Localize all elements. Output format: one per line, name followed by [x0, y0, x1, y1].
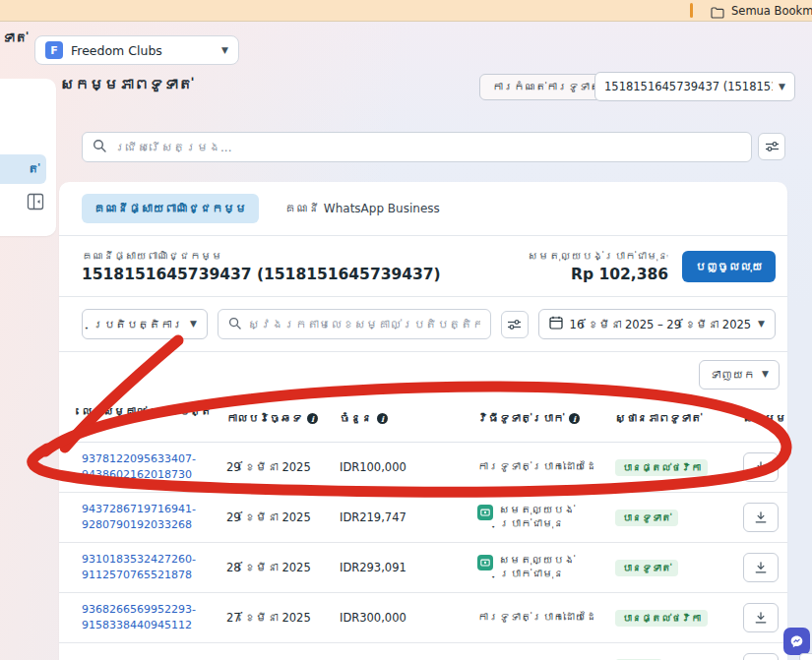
collapse-sidebar-icon[interactable]: [27, 193, 44, 214]
chevron-down-icon: ▼: [221, 46, 228, 55]
sidebar-truncated-heading: ទាត់: [2, 30, 28, 45]
transaction-id-search-input[interactable]: [248, 318, 480, 331]
table-row: 9378122095633407-9438602162018730 29 ខែម…: [59, 443, 787, 493]
account-label: គណនីផ្សាយពាណិជ្ជកម្ម: [82, 250, 441, 263]
column-payment-status: ស្ថានភាពទូទាត់: [615, 412, 743, 426]
payment-status-cell: បានទូទាត់: [615, 510, 743, 526]
transaction-amount: IDR219,747: [340, 510, 477, 524]
payment-method: ការទូទាត់ប្រាក់ដោយដៃ: [477, 460, 615, 474]
prepaid-balance-icon: [477, 505, 493, 520]
action-cell: [743, 653, 787, 660]
transaction-id-link[interactable]: 9378122095633407-9438602162018730: [82, 451, 226, 483]
payment-settings-button[interactable]: ការកំណត់ការទូទាត់: [479, 74, 613, 100]
column-date: កាលបរិច្ឆេទ i: [226, 412, 340, 426]
add-money-button[interactable]: បញ្ចូលលុយ: [682, 251, 776, 282]
filter-search-bar[interactable]: [82, 132, 752, 162]
download-icon: [754, 611, 768, 625]
sidebar-item-label: ត់: [28, 162, 39, 176]
payment-status-cell: បានផ្តល់ថវិកា: [615, 610, 743, 627]
payment-method: ការទូទាត់ប្រាក់ដោយដៃ: [477, 611, 615, 625]
download-invoice-button[interactable]: [743, 553, 779, 582]
table-row: 9107543496024605-: [59, 643, 787, 660]
transaction-date: 28 ខែមីនា 2025: [226, 561, 340, 574]
action-cell: [743, 603, 787, 632]
payment-method: សមតុល្យបង់ប្រាក់ជាមុន: [477, 554, 615, 582]
status-badge: បានទូទាត់: [615, 510, 678, 526]
transaction-amount: IDR300,000: [340, 611, 477, 625]
status-badge: បានផ្តល់ថវិកា: [615, 610, 708, 627]
bookmarks-separator: [690, 3, 693, 18]
transaction-amount: IDR100,000: [340, 460, 477, 474]
floating-button-partial[interactable]: [799, 653, 812, 660]
balance-label: សមតុល្យបង់ប្រាក់ជាមុនៈ: [528, 250, 668, 263]
transactions-dropdown-label: ប្រតិបត្តិការ: [93, 318, 183, 331]
account-selector-value: 1518151645739437 (15181516457394...: [604, 80, 773, 93]
tab-whatsapp-business[interactable]: គណនី WhatsApp Business: [284, 202, 440, 215]
filter-options-button[interactable]: [758, 133, 785, 160]
account-type-tabs: គណនីផ្សាយពាណិជ្ជកម្ម គណនី WhatsApp Busin…: [59, 182, 787, 236]
info-icon[interactable]: i: [307, 413, 318, 424]
download-invoice-button[interactable]: [743, 503, 779, 532]
download-row: ទាញយក ▼: [59, 352, 787, 396]
payment-activity-card: គណនីផ្សាយពាណិជ្ជកម្ម គណនី WhatsApp Busin…: [59, 182, 787, 660]
transaction-date: 29 ខែមីនា 2025: [226, 460, 340, 474]
chat-support-widget[interactable]: [783, 628, 810, 655]
action-cell: [743, 452, 787, 482]
table-filter-button[interactable]: [501, 311, 529, 338]
download-invoice-button[interactable]: [743, 452, 779, 482]
bookmarks-folder-label[interactable]: Semua Bookm: [731, 4, 812, 18]
transaction-date: 29 ខែមីនា 2025: [226, 510, 340, 524]
download-report-button[interactable]: ទាញយក ▼: [699, 360, 780, 390]
calendar-icon: [549, 316, 563, 332]
transaction-date: 27 ខែមីនា 2025: [226, 611, 340, 625]
account-id: 1518151645739437 (1518151645739437): [82, 266, 441, 283]
business-avatar: F: [45, 41, 63, 59]
chevron-down-icon: ▼: [779, 83, 785, 91]
transaction-id-link[interactable]: 9368266569952293-9158338440945112: [82, 602, 226, 633]
account-summary: គណនីផ្សាយពាណិជ្ជកម្ម 1518151645739437 (1…: [59, 236, 787, 297]
download-invoice-button[interactable]: [743, 603, 779, 632]
payment-status-cell: បានផ្តល់ថវិកា: [615, 459, 743, 476]
sliders-icon: [507, 318, 522, 331]
account-selector-dropdown[interactable]: 1518151645739437 (15181516457394... ▼: [594, 72, 795, 101]
prepaid-balance-icon: [477, 555, 493, 570]
page-title: សកម្មភាពទូទាត់: [60, 76, 193, 93]
date-range-value: 16 ខែមីនា 2025 – 29 ខែមីនា 2025: [570, 318, 751, 331]
transactions-toolbar: ប្រតិបត្តិការ ▼ 16 ខែមីនា 2025 – 29 ខែមី…: [59, 297, 787, 352]
action-cell: [743, 503, 787, 532]
sidebar-item-payment-activity[interactable]: ត់: [0, 154, 46, 184]
info-icon[interactable]: i: [569, 413, 580, 424]
folder-icon: [711, 4, 724, 23]
tab-ad-account[interactable]: គណនីផ្សាយពាណិជ្ជកម្ម: [82, 194, 259, 223]
filter-search-input[interactable]: [114, 141, 741, 154]
table-row: 9437286719716941-9280790192033268 29 ខែម…: [59, 493, 787, 543]
table-row: 9368266569952293-9158338440945112 27 ខែម…: [59, 593, 787, 643]
download-icon: [754, 510, 768, 524]
sliders-icon: [765, 140, 780, 153]
transaction-id-search[interactable]: [218, 309, 491, 339]
chevron-down-icon: ▼: [762, 370, 769, 379]
download-invoice-button[interactable]: [743, 653, 779, 660]
download-icon: [754, 460, 768, 474]
search-icon: [93, 138, 106, 156]
status-badge: បានផ្តល់ថវិកា: [615, 459, 708, 476]
chevron-down-icon: ▼: [190, 320, 197, 329]
transaction-id-link[interactable]: 9310183532427260-9112570765521878: [82, 552, 226, 583]
info-icon[interactable]: i: [377, 413, 388, 424]
balance-value: Rp 102,386: [528, 266, 668, 283]
chevron-down-icon: ▼: [758, 320, 765, 329]
business-selector-dropdown[interactable]: F Freedom Clubs ▼: [34, 35, 239, 65]
column-payment-method: វិធីទូទាត់ប្រាក់ i: [477, 412, 615, 426]
payment-status-cell: បានទូទាត់: [615, 560, 743, 576]
chat-bubble-icon: [789, 634, 804, 649]
table-row: 9310183532427260-9112570765521878 28 ខែម…: [59, 543, 787, 593]
download-button-label: ទាញយក: [710, 368, 755, 382]
transaction-id-link[interactable]: 9437286719716941-9280790192033268: [82, 502, 226, 533]
transaction-amount: IDR293,091: [340, 561, 477, 574]
column-action: សកម្មភាព: [743, 412, 787, 426]
business-name: Freedom Clubs: [71, 43, 162, 58]
status-badge: បានទូទាត់: [615, 560, 678, 576]
action-cell: [743, 553, 787, 582]
date-range-picker[interactable]: 16 ខែមីនា 2025 – 29 ខែមីនា 2025 ▼: [538, 309, 776, 339]
transactions-type-dropdown[interactable]: ប្រតិបត្តិការ ▼: [82, 309, 208, 339]
